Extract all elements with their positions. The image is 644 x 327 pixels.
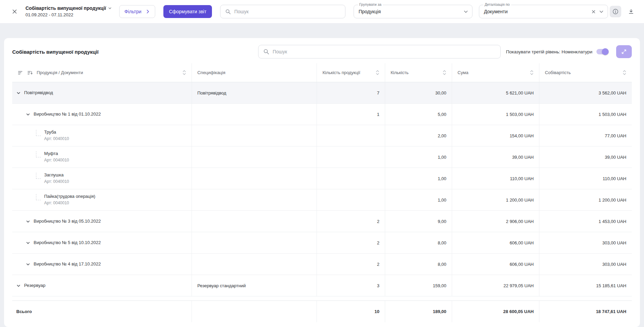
row-article: Арт: 0040010 — [44, 158, 69, 163]
toggle-label: Показувати третій рівень: Номенклатури — [506, 49, 592, 54]
topbar-search-input[interactable] — [234, 9, 340, 14]
chevron-down-icon[interactable] — [26, 112, 30, 117]
table-row[interactable]: Повітрявідвод Повітрявідвод 7 30,00 5 62… — [12, 82, 632, 104]
generate-report-button[interactable]: Сформувати звіт — [163, 5, 212, 18]
group-by-select[interactable]: Групувати за Продукція — [354, 5, 472, 18]
table-row[interactable]: Виробництво № 4 від 17.10.2022 2 8,00 60… — [12, 254, 632, 275]
third-level-toggle[interactable] — [596, 49, 609, 54]
total-product-quantity: 10 — [375, 309, 379, 314]
download-button[interactable] — [625, 6, 637, 17]
cell-cost: 39,00 UAH — [605, 155, 626, 160]
chevron-down-icon — [108, 6, 112, 10]
table-row[interactable]: Виробництво № 3 від 05.10.2022 2 9,00 2 … — [12, 211, 632, 232]
sort-icon[interactable] — [374, 70, 379, 75]
table-row[interactable]: Пайка(трудова операція) Арт: 0040010 1,0… — [12, 189, 632, 211]
sort-amount-icon[interactable] — [27, 70, 33, 75]
sort-icon[interactable] — [528, 70, 534, 75]
expand-button[interactable] — [616, 45, 632, 58]
cell-sum: 5 621,00 UAH — [506, 90, 534, 96]
report-title: Собівартість випущеної продукції — [25, 5, 106, 12]
row-name: Муфта — [44, 151, 69, 157]
chevron-down-icon[interactable] — [464, 10, 468, 14]
third-level-toggle-wrap: Показувати третій рівень: Номенклатури — [506, 49, 609, 54]
row-name: Виробництво № 3 від 05.10.2022 — [34, 219, 101, 224]
row-name: Труба — [44, 130, 69, 135]
cell-sum: 22 979,05 UAH — [503, 283, 534, 288]
panel-search — [258, 45, 501, 58]
table-row[interactable]: Резервуар Резервуар стандартний 3 159,00… — [12, 275, 632, 296]
indent — [16, 178, 35, 179]
report-title-block[interactable]: Собівартість випущеної продукції 01.09.2… — [25, 5, 112, 18]
total-row: Всього 10 189,00 28 600,05 UAH 18 747,61… — [12, 300, 632, 322]
table-row[interactable]: Труба Арт: 0040010 2,00 154,00 UAH 77,00… — [12, 125, 632, 147]
date-range: 01.09.2022 - 07.11.2022 — [25, 12, 112, 18]
cell-quantity: 8,00 — [438, 240, 446, 245]
sort-icon[interactable] — [621, 70, 626, 75]
filter-lines-icon[interactable] — [18, 70, 23, 75]
cell-sum: 39,00 UAH — [512, 155, 534, 160]
download-icon — [628, 8, 634, 15]
info-button[interactable] — [610, 6, 621, 17]
tree-connector — [36, 151, 41, 157]
col-sum: Сума — [458, 70, 468, 75]
cell-sum: 2 906,00 UAH — [506, 219, 534, 224]
cell-sum: 154,00 UAH — [509, 133, 534, 138]
cell-quantity: 9,00 — [438, 219, 446, 224]
chevron-down-icon[interactable] — [26, 241, 30, 245]
clear-icon[interactable] — [591, 10, 596, 14]
detail-by-select[interactable]: Деталізація по Документи — [479, 5, 608, 18]
col-specification: Специфікація — [197, 70, 226, 75]
row-article: Арт: 0040010 — [44, 201, 95, 206]
cell-sum: 1 200,00 UAH — [506, 197, 534, 203]
group-by-label: Групувати за — [358, 2, 383, 6]
cell-specification: Повітрявідвод — [197, 90, 226, 96]
cell-cost: 15 185,61 UAH — [596, 283, 626, 288]
table-row[interactable]: Заглушка Арт: 0040010 1,00 110,00 UAH 11… — [12, 168, 632, 189]
chevron-down-icon[interactable] — [26, 262, 30, 266]
close-button[interactable] — [9, 6, 20, 17]
col-quantity: Кількість — [391, 70, 409, 75]
row-article: Арт: 0040010 — [44, 179, 69, 185]
cell-product-quantity: 2 — [377, 240, 379, 245]
cell-quantity: 1,00 — [438, 176, 446, 181]
cell-sum: 606,00 UAH — [509, 262, 534, 267]
cell-quantity: 1,00 — [438, 197, 446, 203]
cell-product-quantity: 2 — [377, 262, 379, 267]
sort-icon[interactable] — [441, 70, 446, 75]
topbar: Собівартість випущеної продукції 01.09.2… — [0, 0, 644, 23]
panel-search-input[interactable] — [273, 49, 496, 54]
cell-sum: 606,00 UAH — [509, 240, 534, 245]
tree-connector — [36, 173, 41, 179]
indent — [16, 114, 26, 115]
table-row[interactable]: Виробництво № 1 від 01.10.2022 1 5,00 1 … — [12, 104, 632, 125]
chevron-down-icon[interactable] — [599, 10, 604, 14]
table-header: Продукція / Документи Специфікація Кільк… — [12, 63, 632, 82]
search-icon — [263, 49, 269, 55]
sort-icon[interactable] — [180, 70, 186, 75]
table-row[interactable]: Муфта Арт: 0040010 1,00 39,00 UAH 39,00 … — [12, 147, 632, 168]
cell-quantity: 1,00 — [438, 155, 446, 160]
col-products-documents: Продукція / Документи — [37, 70, 83, 75]
col-cost: Собівартість — [545, 70, 571, 75]
cell-specification: Резервуар стандартний — [197, 283, 246, 288]
indent — [16, 136, 35, 136]
table-row[interactable]: Виробництво № 5 від 10.10.2022 2 8,00 60… — [12, 232, 632, 254]
cell-cost: 77,00 UAH — [605, 133, 626, 138]
chevron-down-icon[interactable] — [16, 283, 21, 288]
cell-product-quantity: 3 — [377, 283, 379, 288]
app: Собівартість випущеної продукції 01.09.2… — [0, 0, 644, 327]
row-article: Арт: 0040010 — [44, 136, 69, 142]
info-icon — [612, 8, 619, 15]
col-product-quantity: Кількість продукції — [322, 70, 360, 75]
filters-button[interactable]: Фільтри — [119, 5, 155, 18]
chevron-right-icon — [145, 9, 150, 14]
chevron-down-icon[interactable] — [16, 91, 21, 95]
cell-cost: 1 200,00 UAH — [598, 197, 626, 203]
cell-quantity: 30,00 — [435, 90, 446, 96]
chevron-down-icon[interactable] — [26, 219, 30, 224]
cell-quantity: 159,00 — [433, 283, 446, 288]
cell-cost: 1 453,00 UAH — [598, 219, 626, 224]
cell-cost: 303,00 UAH — [602, 240, 626, 245]
row-name: Повітрявідвод — [24, 90, 53, 96]
table-body: Повітрявідвод Повітрявідвод 7 30,00 5 62… — [12, 82, 632, 296]
